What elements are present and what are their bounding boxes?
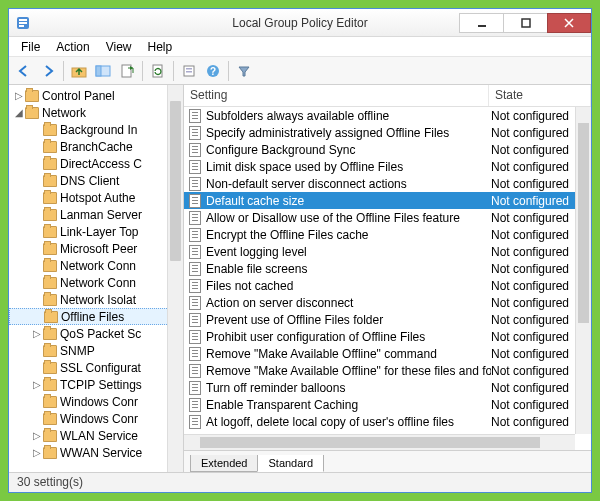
window-frame: Local Group Policy Editor File Action Vi… (8, 8, 592, 493)
tree-item[interactable]: ▷Network Isolat (9, 291, 183, 308)
list-row[interactable]: Remove "Make Available Offline" for thes… (184, 362, 591, 379)
tree-item[interactable]: ▷Background In (9, 121, 183, 138)
tree-item-label: BranchCache (60, 140, 133, 154)
policy-icon (188, 262, 202, 276)
tree-item[interactable]: ▷QoS Packet Sc (9, 325, 183, 342)
tree-item-label: TCPIP Settings (60, 378, 142, 392)
expand-icon[interactable]: ▷ (31, 447, 43, 458)
tree-item[interactable]: ▷DNS Client (9, 172, 183, 189)
tab-standard[interactable]: Standard (257, 455, 324, 472)
list-row[interactable]: Prohibit user configuration of Offline F… (184, 328, 591, 345)
column-state[interactable]: State (489, 85, 591, 106)
tree-item[interactable]: ▷TCPIP Settings (9, 376, 183, 393)
tree-item-label: Lanman Server (60, 208, 142, 222)
tree-item-label: Offline Files (61, 310, 124, 324)
expand-icon[interactable]: ▷ (13, 90, 25, 101)
list-row[interactable]: Configure Background SyncNot configured (184, 141, 591, 158)
tree-item[interactable]: ▷Network Conn (9, 274, 183, 291)
list-row[interactable]: Remove "Make Available Offline" commandN… (184, 345, 591, 362)
list-row[interactable]: Non-default server disconnect actionsNot… (184, 175, 591, 192)
list-row[interactable]: Specify administratively assigned Offlin… (184, 124, 591, 141)
back-button[interactable] (13, 60, 35, 82)
tree-item[interactable]: ▷Offline Files (9, 308, 183, 325)
menu-file[interactable]: File (13, 38, 48, 56)
tree-item[interactable]: ◢Network (9, 104, 183, 121)
list-row[interactable]: Action on server disconnectNot configure… (184, 294, 591, 311)
list-row[interactable]: At logoff, delete local copy of user's o… (184, 413, 591, 430)
list-row[interactable]: Encrypt the Offline Files cacheNot confi… (184, 226, 591, 243)
svg-rect-3 (19, 25, 24, 27)
menubar: File Action View Help (9, 37, 591, 57)
tree-item-label: SNMP (60, 344, 95, 358)
toolbar-separator (173, 61, 174, 81)
vertical-scrollbar[interactable] (167, 85, 183, 472)
list-row[interactable]: Enable Transparent CachingNot configured (184, 396, 591, 413)
tree-item[interactable]: ▷Microsoft Peer (9, 240, 183, 257)
list-row[interactable]: Default cache sizeNot configured (184, 192, 591, 209)
titlebar[interactable]: Local Group Policy Editor (9, 9, 591, 37)
setting-name: Limit disk space used by Offline Files (206, 160, 491, 174)
properties-button[interactable] (178, 60, 200, 82)
tab-extended[interactable]: Extended (190, 455, 258, 472)
scrollbar-thumb[interactable] (578, 123, 589, 323)
list-row[interactable]: Event logging levelNot configured (184, 243, 591, 260)
list-row[interactable]: Prevent use of Offline Files folderNot c… (184, 311, 591, 328)
app-icon (15, 15, 31, 31)
setting-name: Remove "Make Available Offline" for thes… (206, 364, 491, 378)
help-button[interactable]: ? (202, 60, 224, 82)
scrollbar-thumb[interactable] (200, 437, 540, 448)
tree-item[interactable]: ▷SNMP (9, 342, 183, 359)
tree-item[interactable]: ▷BranchCache (9, 138, 183, 155)
policy-icon (188, 347, 202, 361)
tree-item[interactable]: ▷SSL Configurat (9, 359, 183, 376)
setting-name: Event logging level (206, 245, 491, 259)
list-row[interactable]: Files not cachedNot configured (184, 277, 591, 294)
tree-item[interactable]: ▷Network Conn (9, 257, 183, 274)
filter-button[interactable] (233, 60, 255, 82)
menu-action[interactable]: Action (48, 38, 97, 56)
tree-item[interactable]: ▷WWAN Service (9, 444, 183, 461)
show-pane-button[interactable] (92, 60, 114, 82)
tree-item[interactable]: ▷Link-Layer Top (9, 223, 183, 240)
minimize-button[interactable] (459, 13, 503, 33)
list-row[interactable]: Allow or Disallow use of the Offline Fil… (184, 209, 591, 226)
expand-icon[interactable]: ▷ (31, 430, 43, 441)
list-row[interactable]: Subfolders always available offlineNot c… (184, 107, 591, 124)
column-setting[interactable]: Setting (184, 85, 489, 106)
expand-icon[interactable]: ▷ (31, 379, 43, 390)
tree-item-label: Network Conn (60, 259, 136, 273)
tree-item[interactable]: ▷Windows Conr (9, 393, 183, 410)
menu-view[interactable]: View (98, 38, 140, 56)
tree-item[interactable]: ▷WLAN Service (9, 427, 183, 444)
menu-help[interactable]: Help (140, 38, 181, 56)
scrollbar-thumb[interactable] (170, 101, 181, 261)
up-folder-button[interactable] (68, 60, 90, 82)
vertical-scrollbar[interactable] (575, 107, 591, 434)
tree-item-label: Windows Conr (60, 412, 138, 426)
policy-icon (188, 228, 202, 242)
close-button[interactable] (547, 13, 591, 33)
folder-icon (43, 345, 57, 357)
list-row[interactable]: Limit disk space used by Offline FilesNo… (184, 158, 591, 175)
tree-item-label: Microsoft Peer (60, 242, 137, 256)
list-row[interactable]: Enable file screensNot configured (184, 260, 591, 277)
tree-item[interactable]: ▷DirectAccess C (9, 155, 183, 172)
tree-item[interactable]: ▷Control Panel (9, 87, 183, 104)
horizontal-scrollbar[interactable] (184, 434, 575, 450)
policy-icon (188, 177, 202, 191)
tree-item[interactable]: ▷Hotspot Authe (9, 189, 183, 206)
export-list-button[interactable] (116, 60, 138, 82)
policy-icon (188, 313, 202, 327)
maximize-button[interactable] (503, 13, 547, 33)
tree-item[interactable]: ▷Windows Conr (9, 410, 183, 427)
collapse-icon[interactable]: ◢ (13, 107, 25, 118)
setting-name: Prohibit user configuration of Offline F… (206, 330, 491, 344)
folder-icon (43, 413, 57, 425)
expand-icon[interactable]: ▷ (31, 328, 43, 339)
forward-button[interactable] (37, 60, 59, 82)
refresh-button[interactable] (147, 60, 169, 82)
setting-name: At logoff, delete local copy of user's o… (206, 415, 491, 429)
setting-name: Enable file screens (206, 262, 491, 276)
list-row[interactable]: Turn off reminder balloonsNot configured (184, 379, 591, 396)
tree-item[interactable]: ▷Lanman Server (9, 206, 183, 223)
